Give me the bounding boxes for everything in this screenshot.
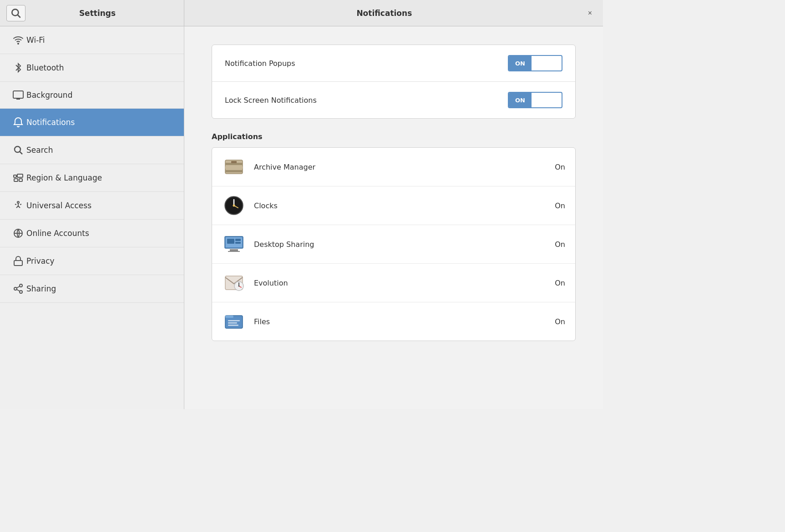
svg-rect-47	[228, 325, 238, 326]
svg-rect-11	[19, 179, 22, 181]
lock-screen-notifications-off[interactable]	[532, 93, 554, 107]
sidebar-label-background: Background	[26, 90, 72, 100]
sidebar-label-bluetooth: Bluetooth	[26, 63, 64, 72]
region-icon	[10, 172, 26, 183]
universal-access-icon	[10, 200, 26, 211]
app-row-archive-manager[interactable]: Archive Manager On	[212, 148, 575, 186]
app-name-desktop-sharing: Desktop Sharing	[254, 240, 555, 249]
sidebar-label-sharing: Sharing	[26, 284, 56, 293]
svg-line-20	[17, 286, 20, 288]
sidebar-item-bluetooth[interactable]: Bluetooth	[0, 54, 184, 82]
sidebar-label-wifi: Wi-Fi	[26, 35, 45, 45]
svg-point-17	[14, 287, 17, 290]
title-bar-left: Settings	[0, 0, 184, 26]
app-name-files: Files	[254, 317, 555, 326]
app-card: Archive Manager On Clocks On	[212, 147, 576, 341]
svg-rect-33	[230, 249, 238, 251]
app-status-files: On	[555, 317, 565, 326]
applications-title: Applications	[212, 132, 576, 141]
app-row-clocks[interactable]: Clocks On	[212, 186, 575, 225]
notification-popups-off[interactable]	[532, 56, 554, 70]
sidebar-label-privacy: Privacy	[26, 256, 55, 266]
content-area: Notification Popups ON Lock Screen Notif…	[184, 26, 603, 409]
app-row-evolution[interactable]: Evolution On	[212, 264, 575, 302]
sidebar-item-privacy[interactable]: Privacy	[0, 247, 184, 275]
notifications-icon	[10, 117, 26, 128]
app-status-archive-manager: On	[555, 163, 565, 171]
svg-rect-46	[228, 322, 237, 324]
app-status-clocks: On	[555, 201, 565, 210]
svg-line-19	[17, 290, 20, 291]
sidebar: Wi-Fi Bluetooth Background	[0, 26, 184, 409]
notification-popups-label: Notification Popups	[225, 59, 508, 68]
svg-point-6	[15, 146, 20, 152]
sidebar-item-background[interactable]: Background	[0, 82, 184, 109]
svg-rect-37	[235, 242, 241, 244]
sidebar-label-notifications: Notifications	[26, 118, 75, 127]
notification-popups-row: Notification Popups ON	[212, 45, 575, 82]
lock-screen-notifications-label: Lock Screen Notifications	[225, 96, 508, 105]
search-icon	[10, 145, 26, 156]
app-status-desktop-sharing: On	[555, 240, 565, 249]
title-bar-right: ×	[584, 7, 603, 19]
sidebar-item-online-accounts[interactable]: Online Accounts	[0, 220, 184, 247]
lock-screen-notifications-row: Lock Screen Notifications ON	[212, 82, 575, 118]
svg-rect-25	[231, 161, 237, 163]
svg-point-0	[12, 9, 18, 15]
svg-point-30	[233, 205, 235, 207]
lock-screen-notifications-toggle[interactable]: ON	[508, 92, 562, 108]
svg-point-42	[238, 286, 240, 287]
app-name-archive-manager: Archive Manager	[254, 163, 555, 171]
app-row-desktop-sharing[interactable]: Desktop Sharing On	[212, 225, 575, 264]
evolution-icon	[222, 271, 246, 295]
sidebar-label-search: Search	[26, 146, 53, 155]
svg-rect-8	[14, 175, 16, 177]
svg-rect-45	[228, 320, 240, 321]
svg-rect-44	[225, 316, 233, 318]
settings-title: Settings	[31, 9, 177, 18]
sidebar-item-region-language[interactable]: Region & Language	[0, 164, 184, 192]
main-layout: Wi-Fi Bluetooth Background	[0, 26, 603, 409]
sidebar-label-online-accounts: Online Accounts	[26, 229, 89, 238]
privacy-icon	[10, 256, 26, 266]
svg-line-7	[20, 152, 23, 155]
sidebar-label-universal-access: Universal Access	[26, 201, 91, 210]
svg-rect-36	[235, 239, 241, 241]
svg-line-1	[18, 15, 20, 17]
app-name-evolution: Evolution	[254, 279, 555, 287]
background-icon	[10, 90, 26, 100]
app-row-files[interactable]: Files On	[212, 302, 575, 341]
online-accounts-icon	[10, 228, 26, 239]
svg-rect-23	[225, 166, 243, 169]
sidebar-item-sharing[interactable]: Sharing	[0, 275, 184, 303]
files-icon	[222, 310, 246, 333]
close-button[interactable]: ×	[584, 7, 596, 19]
sidebar-item-wifi[interactable]: Wi-Fi	[0, 26, 184, 54]
sidebar-item-universal-access[interactable]: Universal Access	[0, 192, 184, 220]
search-button[interactable]	[6, 5, 25, 21]
clocks-icon	[222, 194, 246, 217]
sharing-icon	[10, 283, 26, 294]
sidebar-item-notifications[interactable]: Notifications	[0, 109, 184, 136]
archive-manager-icon	[222, 155, 246, 179]
svg-rect-10	[14, 179, 18, 181]
notification-popups-toggle[interactable]: ON	[508, 55, 562, 71]
lock-screen-notifications-on[interactable]: ON	[509, 93, 532, 107]
svg-rect-34	[228, 251, 240, 252]
bluetooth-icon	[10, 62, 26, 73]
svg-rect-3	[13, 91, 23, 98]
svg-point-12	[17, 201, 19, 203]
svg-rect-15	[14, 261, 22, 266]
sidebar-item-search[interactable]: Search	[0, 136, 184, 164]
notification-popups-on[interactable]: ON	[509, 56, 532, 70]
app-name-clocks: Clocks	[254, 201, 555, 210]
svg-rect-9	[17, 174, 23, 177]
page-title: Notifications	[356, 9, 412, 18]
sidebar-label-region-language: Region & Language	[26, 173, 102, 182]
svg-rect-35	[227, 239, 234, 244]
svg-point-16	[20, 284, 22, 287]
app-status-evolution: On	[555, 279, 565, 287]
svg-rect-24	[225, 170, 243, 172]
wifi-icon	[10, 35, 26, 45]
title-bar-center: Notifications	[184, 0, 584, 26]
